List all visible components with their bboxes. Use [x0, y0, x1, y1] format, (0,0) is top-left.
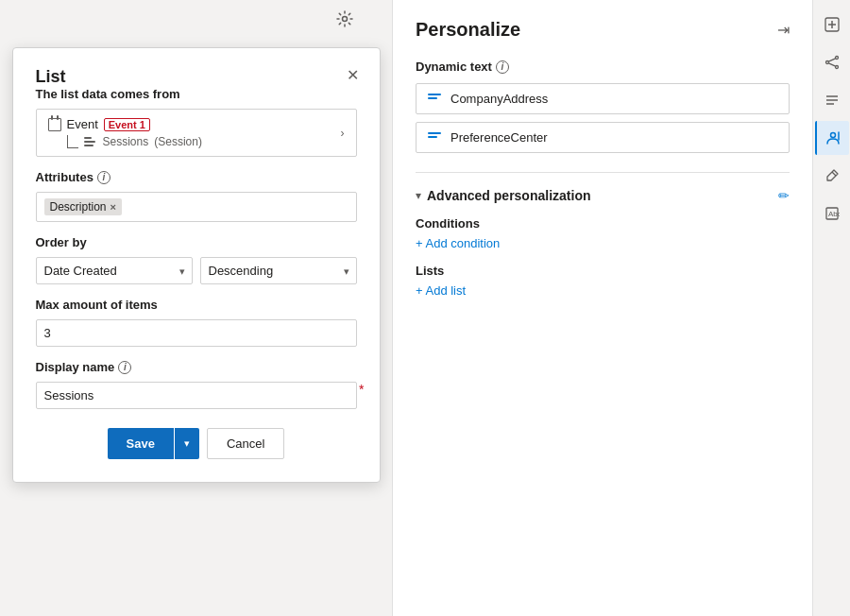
required-indicator: *: [359, 382, 364, 397]
calendar-icon: [48, 118, 61, 131]
save-dropdown-button[interactable]: ▾: [175, 428, 199, 459]
dynamic-text-info-icon[interactable]: i: [496, 60, 509, 74]
attributes-info-icon[interactable]: i: [97, 171, 110, 184]
tag-remove-button[interactable]: ×: [110, 201, 116, 213]
order-by-row: Date Created Name Date Modified ▾ Descen…: [36, 257, 357, 284]
order-direction-wrapper: Descending Ascending ▾: [200, 257, 357, 284]
advanced-title-toggle[interactable]: ▾ Advanced personalization: [416, 188, 590, 203]
display-name-info-icon[interactable]: i: [118, 361, 131, 374]
lists-label: Lists: [416, 264, 790, 278]
dynamic-item-label-1: PreferenceCenter: [450, 130, 548, 145]
sidebar-share-button[interactable]: [815, 45, 849, 79]
dynamic-item-icon-0: [428, 94, 443, 105]
dynamic-item-label-0: CompanyAddress: [450, 92, 548, 106]
dynamic-item-1[interactable]: PreferenceCenter: [416, 122, 790, 153]
list-modal: List ✕ The list data comes from Event Ev…: [12, 47, 381, 483]
attributes-input[interactable]: Description ×: [36, 192, 357, 222]
advanced-section: ▾ Advanced personalization ✏ Conditions …: [416, 172, 790, 298]
svg-point-12: [830, 133, 835, 138]
add-list-link[interactable]: + Add list: [416, 283, 790, 298]
attributes-label: Attributes i: [36, 170, 357, 184]
sidebar-text-button[interactable]: Abc: [815, 197, 849, 231]
indent-line: [67, 135, 78, 148]
datasource-selector[interactable]: Event Event 1 Sessions (Session): [36, 109, 357, 157]
list-icon: [84, 135, 97, 148]
order-by-label: Order by: [36, 235, 357, 249]
sidebar-person-button[interactable]: [815, 121, 849, 155]
advanced-chevron-icon: ▾: [416, 189, 421, 202]
svg-point-4: [825, 61, 828, 64]
dynamic-item-icon-1: [428, 132, 443, 144]
advanced-header: ▾ Advanced personalization ✏: [416, 188, 790, 203]
panel-header: Personalize ⇥: [416, 19, 790, 41]
save-button[interactable]: Save: [108, 428, 174, 459]
personalize-panel: Personalize ⇥ Dynamic text i CompanyAddr…: [392, 0, 812, 616]
order-direction-select[interactable]: Descending Ascending: [200, 257, 357, 284]
panel-title: Personalize: [416, 19, 520, 41]
event-label: Event: [67, 117, 98, 131]
display-name-input[interactable]: [36, 382, 357, 409]
svg-point-5: [835, 57, 838, 60]
add-condition-link[interactable]: + Add condition: [416, 236, 790, 250]
save-button-group: Save ▾: [108, 428, 199, 459]
close-button[interactable]: ✕: [342, 63, 365, 86]
session-badge: (Session): [154, 135, 202, 148]
modal-title: List: [36, 67, 66, 86]
max-items-input[interactable]: [36, 319, 357, 347]
icon-sidebar: Abc: [812, 0, 850, 616]
svg-line-8: [828, 63, 835, 66]
event-badge: Event 1: [104, 118, 150, 131]
sidebar-brush-button[interactable]: [815, 159, 849, 193]
display-name-wrapper: *: [36, 382, 357, 409]
advanced-edit-icon[interactable]: ✏: [778, 188, 790, 203]
chevron-right-icon: ›: [341, 127, 345, 140]
svg-text:Abc: Abc: [828, 210, 840, 218]
dynamic-item-0[interactable]: CompanyAddress: [416, 83, 790, 114]
max-items-label: Max amount of items: [36, 298, 357, 312]
order-field-wrapper: Date Created Name Date Modified ▾: [36, 257, 193, 284]
sidebar-plus-button[interactable]: [815, 8, 849, 42]
order-field-select[interactable]: Date Created Name Date Modified: [36, 257, 193, 284]
conditions-label: Conditions: [416, 216, 790, 231]
svg-line-7: [828, 59, 835, 61]
svg-point-0: [343, 17, 348, 22]
advanced-title: Advanced personalization: [427, 188, 590, 203]
modal-footer: Save ▾ Cancel: [36, 428, 357, 459]
list-data-label: The list data comes from: [36, 87, 357, 101]
gear-icon[interactable]: [335, 9, 354, 31]
description-tag: Description ×: [44, 198, 122, 215]
cancel-button[interactable]: Cancel: [207, 428, 284, 459]
svg-line-14: [832, 172, 836, 176]
sessions-label: Sessions: [103, 135, 149, 148]
svg-point-6: [835, 66, 838, 69]
display-name-label-row: Display name i: [36, 360, 357, 374]
sidebar-list-button[interactable]: [815, 83, 849, 117]
dynamic-text-label: Dynamic text i: [416, 60, 790, 74]
panel-header-icon[interactable]: ⇥: [777, 21, 790, 39]
